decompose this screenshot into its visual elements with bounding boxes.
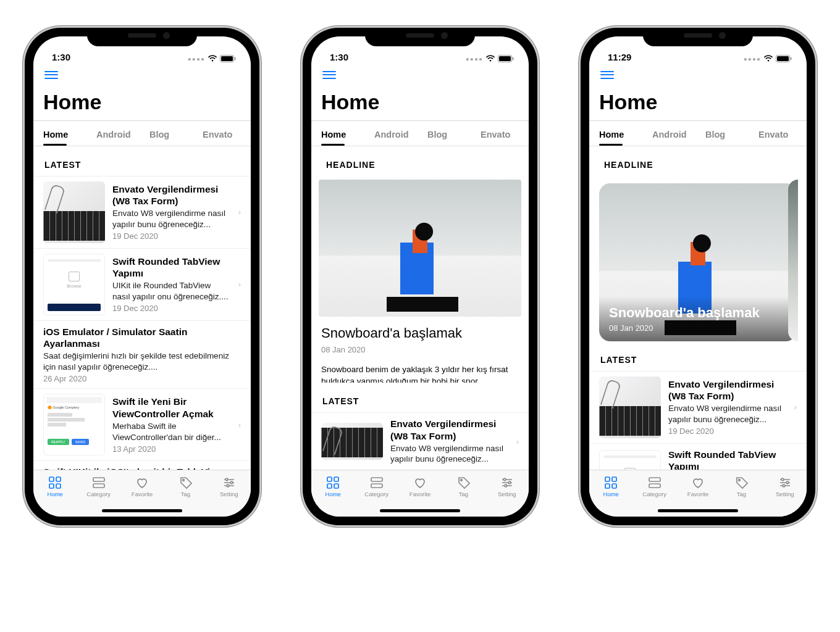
svg-rect-3: [49, 477, 54, 481]
article-date: 19 Dec 2020: [668, 426, 784, 436]
list-item[interactable]: Envato Vergilendirmesi (W8 Tax Form) Env…: [33, 176, 251, 249]
tab-home[interactable]: Home: [43, 130, 82, 139]
svg-rect-23: [371, 478, 382, 481]
tab-android[interactable]: Android: [374, 130, 413, 139]
list-item[interactable]: Swift UIKit ile iOS'ta basit bir TableVi…: [33, 461, 251, 470]
article-list: Envato Vergilendirmesi (W8 Tax Form) Env…: [33, 176, 251, 470]
section-headline: HEADLINE: [326, 160, 518, 170]
tab-blog[interactable]: Blog: [149, 130, 188, 139]
headline-card-next[interactable]: [788, 180, 798, 341]
section-latest: LATEST: [44, 160, 240, 170]
tabbar-setting[interactable]: Setting: [208, 470, 251, 503]
tabbar-category[interactable]: Category: [355, 470, 398, 503]
article-title: iOS Emulator / Simulator Saatin Ayarlanm…: [43, 326, 241, 350]
heart-icon: [691, 476, 705, 489]
tabbar-favorite[interactable]: Favorite: [398, 470, 442, 503]
tabbar-setting[interactable]: Setting: [763, 470, 807, 503]
chevron-right-icon: ›: [238, 420, 241, 430]
tabbar-home[interactable]: Home: [311, 470, 355, 503]
tabbar-tag[interactable]: Tag: [164, 470, 207, 503]
menu-icon[interactable]: [44, 69, 58, 81]
status-time: 1:30: [330, 52, 348, 62]
chevron-right-icon: ›: [516, 437, 519, 446]
list-item[interactable]: Envato Vergilendirmesi (W8 Tax Form) Env…: [311, 412, 529, 470]
home-indicator[interactable]: [658, 509, 738, 512]
list-item[interactable]: iOS Emulator / Simulator Saatin Ayarlanm…: [33, 321, 251, 389]
heart-icon: [413, 476, 427, 489]
svg-rect-20: [334, 477, 338, 481]
svg-point-15: [227, 484, 229, 487]
tabbar-tag[interactable]: Tag: [442, 470, 485, 503]
rows-icon: [369, 476, 384, 489]
screen: 11:29 ●●●● Home Home Android Blog Envato…: [589, 36, 807, 517]
article-thumbnail: [321, 423, 383, 460]
list-item[interactable]: Envato Vergilendirmesi (W8 Tax Form) Env…: [589, 371, 807, 444]
rows-icon: [91, 476, 106, 489]
svg-point-30: [508, 481, 511, 484]
svg-rect-24: [371, 484, 382, 488]
article-title: Envato Vergilendirmesi (W8 Tax Form): [668, 378, 784, 402]
sliders-icon: [500, 476, 514, 489]
tabbar-home[interactable]: Home: [589, 470, 632, 503]
menu-icon[interactable]: [600, 69, 614, 81]
tab-envato[interactable]: Envato: [758, 130, 797, 139]
tab-android[interactable]: Android: [652, 130, 691, 139]
home-indicator[interactable]: [380, 509, 460, 512]
tabbar-category[interactable]: Category: [77, 470, 120, 503]
svg-rect-34: [791, 57, 792, 60]
list-item[interactable]: Browse Swift Rounded TabView Yapımı UIKi…: [33, 249, 251, 321]
tab-envato[interactable]: Envato: [481, 130, 519, 139]
menu-icon[interactable]: [322, 69, 336, 81]
page-title: Home: [321, 90, 519, 114]
svg-point-13: [225, 478, 228, 481]
signal-icon: ●●●●: [188, 56, 205, 62]
headline-image[interactable]: [319, 180, 521, 317]
tab-blog[interactable]: Blog: [705, 130, 744, 139]
article-date: 19 Dec 2020: [112, 304, 229, 313]
tab-blog[interactable]: Blog: [427, 130, 466, 139]
headline-card[interactable]: Snowboard'a başlamak 08 Jan 2020: [599, 183, 797, 341]
tabbar-tag[interactable]: Tag: [720, 470, 763, 503]
article-date: 19 Dec 2020: [112, 231, 229, 241]
phone-mockup-1: 1:30 ●●●● Home Home Android Blog Envato: [25, 28, 259, 525]
headline-date: 08 Jan 2020: [321, 345, 519, 354]
device-notch: [643, 28, 753, 46]
tabbar-category[interactable]: Category: [632, 470, 676, 503]
list-item[interactable]: Browse Swift Rounded TabView Yapımı UIKi…: [589, 444, 807, 470]
phone-mockup-3: 11:29 ●●●● Home Home Android Blog Envato…: [581, 28, 815, 525]
grid-icon: [603, 476, 618, 489]
tabbar-setting[interactable]: Setting: [485, 470, 529, 503]
list-item[interactable]: 🟠 Google Company REAPPLYSAVED Swift ile …: [33, 389, 251, 461]
svg-rect-2: [235, 57, 236, 60]
article-thumbnail: [43, 181, 105, 243]
headline-title: Snowboard'a başlamak: [321, 325, 519, 341]
article-title: Swift Rounded TabView Yapımı: [668, 449, 784, 470]
rows-icon: [647, 476, 662, 489]
tab-home[interactable]: Home: [599, 130, 637, 139]
tab-android[interactable]: Android: [96, 130, 135, 139]
screen: 1:30 ●●●● Home Home Android Blog Envato: [33, 36, 251, 517]
svg-rect-36: [612, 477, 616, 481]
tab-home[interactable]: Home: [321, 130, 359, 139]
article-title: Swift Rounded TabView Yapımı: [112, 256, 229, 280]
article-thumbnail: Browse: [599, 450, 661, 470]
home-indicator[interactable]: [102, 509, 182, 512]
battery-icon: [220, 55, 236, 62]
article-date: 13 Apr 2020: [112, 444, 229, 454]
svg-rect-40: [649, 484, 660, 488]
svg-rect-4: [56, 477, 61, 481]
tabbar-home[interactable]: Home: [33, 470, 77, 503]
article-list: Envato Vergilendirmesi (W8 Tax Form) Env…: [589, 371, 807, 470]
sliders-icon: [222, 476, 237, 489]
section-latest: LATEST: [600, 355, 796, 365]
status-time: 11:29: [608, 52, 631, 62]
tabbar-favorite[interactable]: Favorite: [120, 470, 164, 503]
section-latest: LATEST: [322, 396, 518, 406]
article-title: Swift ile Yeni Bir ViewController Açmak: [112, 396, 229, 420]
battery-icon: [498, 55, 514, 62]
top-tabs: Home Android Blog Envato: [599, 121, 797, 146]
tab-envato[interactable]: Envato: [203, 130, 241, 139]
top-tabs: Home Android Blog Envato: [321, 121, 519, 146]
article-thumbnail: [599, 376, 661, 438]
tabbar-favorite[interactable]: Favorite: [676, 470, 720, 503]
